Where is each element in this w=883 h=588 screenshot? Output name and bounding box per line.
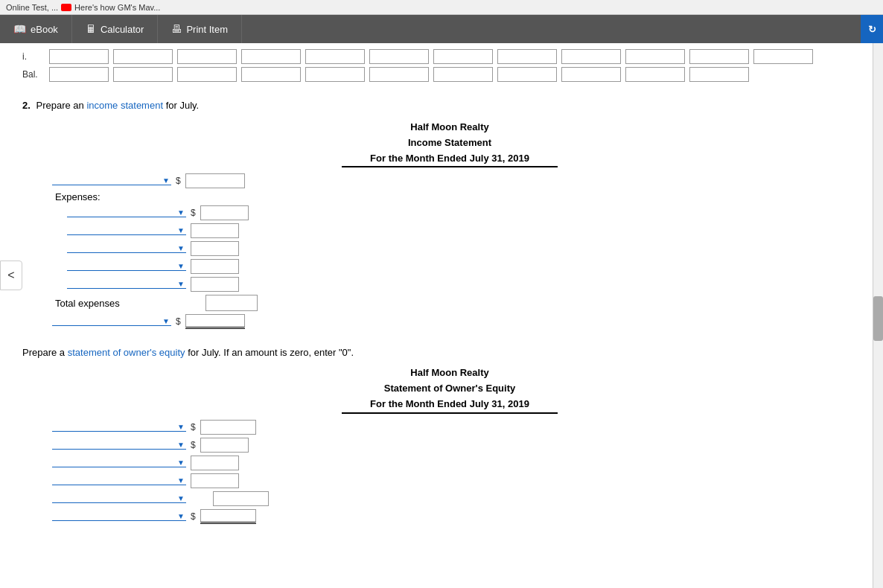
is-total-input[interactable] [205, 295, 258, 311]
tab-calculator[interactable]: 🖩 Calculator [72, 15, 159, 43]
ss-row-bal: Bal. [22, 67, 847, 82]
section2-intro-after: for July. [166, 100, 200, 111]
ss-cell-bal-8[interactable] [497, 67, 557, 82]
oe-row-3: ▼ [52, 456, 847, 470]
oe-input-5[interactable] [213, 491, 269, 506]
is-expense-input-5[interactable] [191, 277, 239, 292]
oe-input-4[interactable] [191, 473, 239, 488]
oe-arrow-4: ▼ [177, 476, 186, 485]
ss-cell-i-12[interactable] [753, 49, 813, 64]
ss-cell-bal-7[interactable] [433, 67, 493, 82]
tab-ebook-label: eBook [31, 24, 58, 35]
ss-cell-bal-6[interactable] [369, 67, 429, 82]
ss-cell-bal-5[interactable] [305, 67, 365, 82]
ss-row-i: i. [22, 49, 847, 64]
ss-cell-bal-2[interactable] [113, 67, 173, 82]
left-nav-button[interactable]: < [0, 261, 22, 290]
oe-row-4: ▼ [52, 473, 847, 488]
scrollbar-thumb[interactable] [873, 296, 883, 341]
oe-dropdown-2[interactable]: ▼ [52, 441, 186, 450]
tab-print[interactable]: 🖶 Print Item [158, 15, 242, 43]
youtube-icon [61, 4, 71, 11]
ss-label-i: i. [22, 51, 45, 62]
oe-dropdown-6[interactable]: ▼ [52, 512, 186, 521]
ss-cell-i-1[interactable] [49, 49, 109, 64]
ss-cell-i-6[interactable] [369, 49, 429, 64]
oe-statement-block: Half Moon Realty Statement of Owner's Eq… [52, 365, 847, 523]
is-expense-dollar-1: $ [191, 208, 196, 218]
calculator-icon: 🖩 [86, 23, 96, 35]
oe-dropdown-5[interactable]: ▼ [52, 494, 186, 503]
ss-cell-i-3[interactable] [177, 49, 237, 64]
oe-link[interactable]: statement of owner's equity [68, 347, 185, 358]
is-expense-row-5: ▼ [67, 277, 847, 292]
is-expenses-label: Expenses: [55, 191, 847, 202]
oe-title: Statement of Owner's Equity [52, 381, 847, 397]
ss-cell-bal-3[interactable] [177, 67, 237, 82]
oe-input-2[interactable] [200, 438, 249, 453]
is-expense-input-1[interactable] [200, 205, 249, 220]
browser-left-text: Online Test, ... [6, 3, 58, 12]
ss-cell-i-7[interactable] [433, 49, 493, 64]
is-expense-dropdown-1[interactable]: ▼ [67, 208, 186, 217]
ss-cell-bal-9[interactable] [561, 67, 621, 82]
oe-title-underline [342, 412, 558, 414]
oe-arrow-3: ▼ [177, 458, 186, 467]
ss-cell-bal-4[interactable] [241, 67, 301, 82]
is-revenue-arrow: ▼ [162, 176, 171, 185]
is-expense-dropdown-4[interactable]: ▼ [67, 262, 186, 271]
is-expense-dropdown-5[interactable]: ▼ [67, 280, 186, 289]
oe-dollar-6: $ [191, 511, 196, 522]
ss-cell-i-9[interactable] [561, 49, 621, 64]
oe-dropdown-3[interactable]: ▼ [52, 458, 186, 467]
ss-cell-bal-1[interactable] [49, 67, 109, 82]
tab-print-label: Print Item [186, 24, 228, 35]
ss-cell-i-11[interactable] [689, 49, 749, 64]
is-net-input[interactable] [185, 314, 245, 329]
ss-cell-i-10[interactable] [625, 49, 685, 64]
ss-cell-bal-11[interactable] [689, 67, 749, 82]
ss-cell-bal-10[interactable] [625, 67, 685, 82]
oe-dropdown-1[interactable]: ▼ [52, 423, 186, 432]
section2-intro-text: Prepare an [36, 100, 83, 111]
oe-input-1[interactable] [200, 420, 256, 435]
is-total-row: Total expenses [52, 295, 847, 311]
print-icon: 🖶 [171, 23, 182, 35]
is-expense-input-2[interactable] [191, 223, 239, 238]
is-revenue-dropdown[interactable]: ▼ [52, 176, 171, 185]
is-expense-arrow-3: ▼ [177, 244, 186, 252]
corner-button[interactable]: ↻ [861, 15, 883, 43]
is-revenue-row: ▼ $ [52, 173, 847, 188]
is-expense-row-1: ▼ $ [67, 205, 847, 220]
is-expense-dropdown-2[interactable]: ▼ [67, 226, 186, 235]
oe-dropdown-4[interactable]: ▼ [52, 476, 186, 485]
is-expense-dropdown-3[interactable]: ▼ [67, 244, 186, 253]
browser-bar: Online Test, ... Here's how GM's Mav... [0, 0, 883, 15]
oe-input-3[interactable] [191, 456, 239, 470]
is-revenue-input[interactable] [185, 173, 245, 188]
scrollbar[interactable] [873, 43, 883, 554]
ss-label-bal: Bal. [22, 69, 45, 80]
is-company: Half Moon Realty [52, 120, 847, 135]
oe-arrow-2: ▼ [177, 441, 186, 449]
ss-cell-i-4[interactable] [241, 49, 301, 64]
ss-cell-i-2[interactable] [113, 49, 173, 64]
tab-bar: 📖 eBook 🖩 Calculator 🖶 Print Item ↻ [0, 15, 883, 43]
ss-cell-i-8[interactable] [497, 49, 557, 64]
is-title-underline [342, 166, 558, 167]
is-title: Income Statement [52, 135, 847, 151]
is-expense-input-3[interactable] [191, 241, 239, 256]
oe-section-intro: Prepare a statement of owner's equity fo… [22, 347, 847, 358]
ss-cell-i-5[interactable] [305, 49, 365, 64]
income-statement-link[interactable]: income statement [86, 100, 163, 111]
oe-dollar-2: $ [191, 440, 196, 450]
is-net-dropdown[interactable]: ▼ [52, 317, 171, 326]
browser-middle-text: Here's how GM's Mav... [74, 3, 160, 12]
tab-ebook[interactable]: 📖 eBook [0, 15, 72, 43]
oe-intro-text: Prepare a [22, 347, 65, 358]
is-expense-row-3: ▼ [67, 241, 847, 256]
tab-calculator-label: Calculator [101, 24, 144, 35]
oe-input-6[interactable] [200, 509, 256, 524]
oe-subtitle: For the Month Ended July 31, 2019 [52, 397, 847, 412]
is-expense-input-4[interactable] [191, 259, 239, 274]
